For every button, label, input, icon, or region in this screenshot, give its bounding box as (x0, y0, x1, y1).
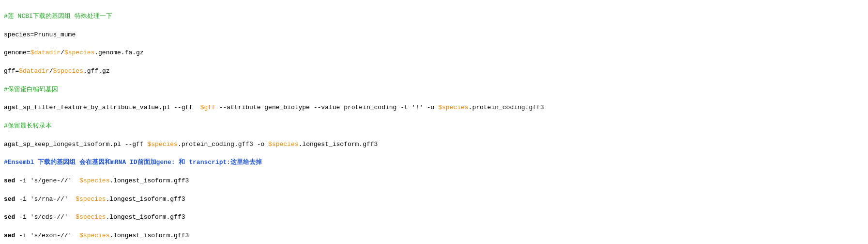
line-sed-3: sed -i 's/cds-//' $species.longest_isofo… (4, 213, 185, 221)
line-3: genome=$datadir/$species.genome.fa.gz (4, 49, 144, 56)
line-sed-4: sed -i 's/exon-//' $species.longest_isof… (4, 232, 189, 239)
line-sed-2: sed -i 's/rna-//' $species.longest_isofo… (4, 195, 185, 203)
line-sed-1: sed -i 's/gene-//' $species.longest_isof… (4, 177, 189, 184)
line-comment-2: #保留蛋白编码基因 (4, 86, 58, 93)
line-comment-3: #保留最长转录本 (4, 122, 52, 130)
code-editor: #莲 NCBI下载的基因组 特殊处理一下 species=Prunus_mume… (4, 3, 864, 244)
line-comment-1: #莲 NCBI下载的基因组 特殊处理一下 (4, 13, 112, 20)
line-4: gff=$datadir/$species.gff.gz (4, 67, 109, 75)
line-comment-4: #Ensembl 下载的基因组 会在基因和mRNA ID前面加gene: 和 t… (4, 159, 262, 166)
line-2: species=Prunus_mume (4, 31, 76, 38)
line-8: agat_sp_keep_longest_isoform.pl --gff $s… (4, 141, 378, 148)
line-6: agat_sp_filter_feature_by_attribute_valu… (4, 104, 544, 111)
